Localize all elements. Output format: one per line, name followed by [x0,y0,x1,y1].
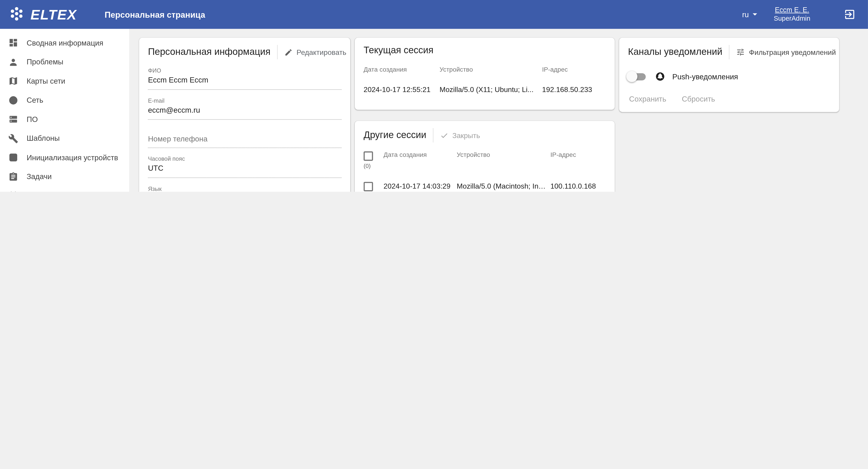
push-channel-label: Push-уведомления [672,72,738,81]
divider [277,45,278,59]
column-header: Устройство [457,145,550,175]
user-name-link[interactable]: Eccm E. E. [774,6,810,14]
sessions-column: Текущая сессия Дата создания Устройство … [355,38,615,192]
sidebar-item-device-init[interactable]: A Инициализация устройств [0,148,129,167]
field-language: Язык Русский [148,183,341,192]
svg-text:A: A [12,155,15,160]
row-checkbox-cell [364,175,383,192]
sidebar-item-label: Карты сети [27,77,65,85]
check-icon [440,131,448,140]
device-init-icon: A [8,152,18,163]
channels-actions: Сохранить Сбросить [628,95,830,103]
sidebar-item-label: Шаблоны [27,135,60,143]
current-session-header: Текущая сессия [364,45,606,56]
eltex-logo-icon [8,5,25,23]
user-role: SuperAdmin [774,14,810,23]
other-sessions-card: Другие сессии Закрыть (0) Дата создания … [355,121,615,192]
app-window: ELTEX Персональная страница ru Eccm E. E… [0,0,868,192]
reset-button[interactable]: Сбросить [682,95,715,103]
column-header: Дата создания [383,145,457,175]
eltex-logo: ELTEX [8,5,77,23]
session-created-cell: 2024-10-17 12:55:21 [364,78,439,101]
session-ip-cell: 100.110.0.168 [550,175,606,192]
sidebar-nav: Сводная информация Проблемы Карты сети С… [0,29,129,192]
session-created-cell: 2024-10-17 14:03:29 [383,175,457,192]
tasks-icon [8,172,18,182]
other-sessions-table: (0) Дата создания Устройство IP-адрес 20… [364,145,606,192]
push-notification-icon [655,71,665,82]
divider [729,45,730,59]
sidebar-item-network[interactable]: Сеть [0,91,129,110]
divider [433,128,433,143]
notification-channels-card: Каналы уведомлений Фильтрация уведомлени… [619,38,839,112]
language-selector[interactable]: ru [742,10,757,19]
select-all-cell: (0) [364,145,383,175]
notification-filter-label: Фильтрация уведомлений [749,48,836,56]
sidebar-item-label: Проблемы [27,58,63,66]
main-content: Персональная информация Редактировать ФИ… [129,29,868,192]
sidebar-item-problems[interactable]: Проблемы [0,52,129,71]
user-menu[interactable]: Eccm E. E. SuperAdmin [774,6,810,23]
close-sessions-button[interactable]: Закрыть [440,131,480,140]
topbar-right: ru Eccm E. E. SuperAdmin [742,6,860,23]
other-sessions-title: Другие сессии [364,130,426,141]
field-label: Язык [148,185,341,192]
person-alert-icon [8,57,18,67]
globe-icon [8,95,18,105]
sidebar-item-label: ПО [27,115,38,123]
channels-title: Каналы уведомлений [628,47,722,58]
pencil-icon [284,48,293,56]
field-email: E-mail eccm@eccm.ru [148,95,341,120]
logout-button[interactable] [843,8,856,21]
push-toggle[interactable] [628,73,646,80]
map-icon [8,76,18,86]
notification-filter-button[interactable]: Фильтрация уведомлений [736,48,836,56]
page-title: Персональная страница [105,10,205,19]
sidebar-item-tasks[interactable]: Задачи [0,167,129,186]
current-session-card: Текущая сессия Дата создания Устройство … [355,38,615,110]
personal-info-card: Персональная информация Редактировать ФИ… [139,38,350,192]
sidebar-item-templates[interactable]: Шаблоны [0,129,129,148]
column-header: IP-адрес [550,145,606,175]
field-label: ФИО [148,67,341,74]
sidebar-item-label: Задачи [27,173,52,181]
sidebar-item-software[interactable]: ПО [0,110,129,129]
close-sessions-label: Закрыть [452,131,480,140]
row-checkbox[interactable] [364,182,373,191]
chevron-down-icon [753,13,757,16]
field-label: E-mail [148,97,341,104]
save-button[interactable]: Сохранить [629,95,666,103]
toggle-thumb [626,71,637,82]
field-label: Номер телефона [148,135,208,143]
push-channel-row: Push-уведомления [628,71,830,82]
field-value: UTC [148,164,341,174]
personal-fields: ФИО Eccm Eccm Eccm E-mail eccm@eccm.ru Н… [148,65,341,192]
field-timezone: Часовой пояс UTC [148,153,341,178]
current-session-table: Дата создания Устройство IP-адрес 2024-1… [364,59,606,101]
topbar: ELTEX Персональная страница ru Eccm E. E… [0,0,868,29]
logout-icon [843,8,856,21]
language-value: ru [742,10,749,19]
session-ip-cell: 192.168.50.233 [542,78,606,101]
personal-info-header: Персональная информация Редактировать [148,45,341,59]
field-fio: ФИО Eccm Eccm Eccm [148,65,341,90]
dashboard-icon [8,38,18,48]
selected-count: (0) [364,163,371,169]
sidebar-item-network-maps[interactable]: Карты сети [0,71,129,91]
field-value: eccm@eccm.ru [148,106,341,115]
tune-icon [736,48,745,56]
other-sessions-header: Другие сессии Закрыть [364,128,606,143]
edit-button[interactable]: Редактировать [284,48,346,56]
field-phone: Номер телефона [148,125,341,148]
channels-header: Каналы уведомлений Фильтрация уведомлени… [628,45,830,59]
sidebar-item-label: Сеть [27,96,43,105]
field-label: Часовой пояс [148,155,341,162]
sidebar-item-events[interactable]: События [0,186,129,192]
session-device-cell: Mozilla/5.0 (Macintosh; Inte... [457,175,550,192]
current-session-title: Текущая сессия [364,45,433,56]
sidebar-item-label: Сводная информация [27,39,103,47]
storage-icon [8,115,18,124]
personal-info-title: Персональная информация [148,47,271,58]
select-all-checkbox[interactable] [364,151,373,161]
sidebar-item-summary[interactable]: Сводная информация [0,33,129,52]
